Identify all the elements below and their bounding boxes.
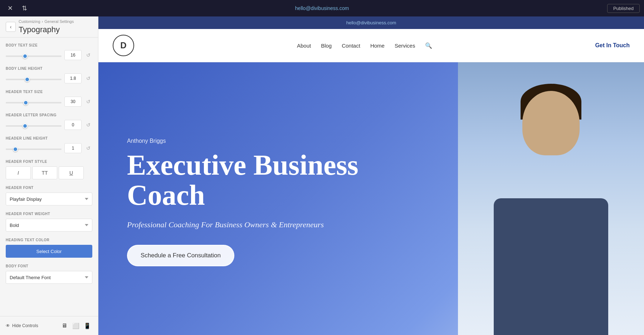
top-bar-left: ✕ ⇅: [4, 3, 30, 14]
header-line-height-row: ↺: [6, 143, 92, 153]
person-body: [494, 198, 608, 335]
body-line-height-label: BODY LINE HEIGHT: [6, 67, 92, 71]
hero-image: [344, 62, 644, 335]
hero-section: Anthony Briggs Executive Business Coach …: [98, 62, 644, 335]
header-font-style-label: HEADER FONT STYLE: [6, 160, 92, 164]
preview-area: hello@divibusiness.com D About Blog Cont…: [98, 16, 644, 335]
close-icon: ✕: [8, 4, 13, 12]
main-area: ‹ Customizing › General Settings Typogra…: [0, 16, 644, 335]
header-line-height-reset[interactable]: ↺: [84, 144, 92, 152]
header-font-weight-select[interactable]: Thin Light Regular Bold Extra Bold: [6, 219, 92, 232]
back-button[interactable]: ‹: [6, 22, 16, 32]
site-header: D About Blog Contact Home Services 🔍 Get…: [98, 29, 644, 62]
person-head: [522, 91, 580, 155]
top-bar-email: hello@divibusiness.com: [295, 5, 349, 11]
hero-content: Anthony Briggs Executive Business Coach …: [127, 138, 377, 266]
caps-icon: TT: [42, 170, 48, 176]
body-text-size-slider-container: [6, 52, 62, 58]
header-text-size-input[interactable]: [64, 97, 82, 107]
site-nav: About Blog Contact Home Services 🔍: [297, 42, 432, 49]
body-line-height-slider-container: [6, 75, 62, 82]
body-font-select[interactable]: Default Theme Font Open Sans Roboto Lato: [6, 271, 92, 284]
site-topbar: hello@divibusiness.com: [98, 16, 644, 29]
swap-button[interactable]: ⇅: [19, 3, 30, 14]
panel-title: Typography: [19, 25, 74, 34]
panel-nav: ‹ Customizing › General Settings Typogra…: [0, 16, 98, 38]
header-text-size-reset[interactable]: ↺: [84, 98, 92, 106]
header-letter-spacing-label: HEADER LETTER SPACING: [6, 113, 92, 117]
tablet-view-button[interactable]: ⬜: [71, 321, 81, 331]
view-buttons: 🖥 ⬜ 📱: [59, 321, 92, 331]
body-text-size-group: BODY TEXT SIZE ↺: [6, 43, 92, 60]
underline-icon: U: [69, 170, 73, 176]
swap-icon: ⇅: [22, 4, 27, 12]
italic-button[interactable]: I: [6, 166, 31, 179]
get-in-touch-link[interactable]: Get In Touch: [595, 42, 630, 49]
body-line-height-reset[interactable]: ↺: [84, 74, 92, 82]
search-icon[interactable]: 🔍: [425, 42, 432, 49]
header-text-size-row: ↺: [6, 97, 92, 107]
mobile-icon: 📱: [84, 322, 91, 329]
nav-home[interactable]: Home: [370, 43, 385, 49]
caps-button[interactable]: TT: [32, 166, 57, 179]
body-font-label: BODY FONT: [6, 264, 92, 268]
desktop-view-button[interactable]: 🖥: [59, 321, 69, 331]
header-line-height-slider[interactable]: [6, 149, 62, 150]
hero-title: Executive Business Coach: [127, 150, 377, 210]
header-letter-spacing-reset[interactable]: ↺: [84, 121, 92, 129]
left-panel: ‹ Customizing › General Settings Typogra…: [0, 16, 98, 335]
header-line-height-input[interactable]: [64, 143, 82, 153]
body-line-height-group: BODY LINE HEIGHT ↺: [6, 67, 92, 83]
hero-subtitle: Anthony Briggs: [127, 138, 377, 144]
panel-footer: 👁 Hide Controls 🖥 ⬜ 📱: [0, 316, 98, 335]
body-font-group: BODY FONT Default Theme Font Open Sans R…: [6, 264, 92, 284]
body-text-size-row: ↺: [6, 50, 92, 60]
panel-content: BODY TEXT SIZE ↺ BODY LINE HEIGHT: [0, 38, 98, 316]
mobile-view-button[interactable]: 📱: [82, 321, 92, 331]
body-text-size-slider[interactable]: [6, 55, 62, 57]
header-letter-spacing-slider[interactable]: [6, 125, 62, 127]
font-style-row: I TT U: [6, 166, 92, 179]
back-icon: ‹: [10, 24, 12, 30]
hero-description: Professional Coaching For Business Owner…: [127, 219, 377, 230]
published-button[interactable]: Published: [607, 4, 640, 13]
nav-about[interactable]: About: [297, 43, 311, 49]
site-logo: D: [113, 35, 134, 56]
nav-blog[interactable]: Blog: [321, 43, 332, 49]
close-button[interactable]: ✕: [4, 3, 16, 14]
hero-cta-button[interactable]: Schedule a Free Consultation: [127, 245, 234, 266]
body-text-size-input[interactable]: [64, 50, 82, 60]
breadcrumb-arrow: ›: [42, 19, 43, 24]
header-line-height-slider-container: [6, 145, 62, 151]
top-bar-right: Published: [607, 4, 640, 13]
nav-services[interactable]: Services: [395, 43, 415, 49]
body-line-height-input[interactable]: [64, 73, 82, 83]
header-text-size-slider[interactable]: [6, 102, 62, 103]
body-line-height-row: ↺: [6, 73, 92, 83]
nav-contact[interactable]: Contact: [342, 43, 360, 49]
header-letter-spacing-row: ↺: [6, 120, 92, 130]
site-email-link[interactable]: hello@divibusiness.com: [346, 20, 396, 25]
select-color-button[interactable]: Select Color: [6, 245, 92, 258]
body-text-size-reset[interactable]: ↺: [84, 51, 92, 59]
header-letter-spacing-slider-container: [6, 122, 62, 128]
body-text-size-label: BODY TEXT SIZE: [6, 43, 92, 47]
top-bar: ✕ ⇅ hello@divibusiness.com Published: [0, 0, 644, 16]
email-link[interactable]: hello@divibusiness.com: [295, 5, 349, 11]
header-font-style-group: HEADER FONT STYLE I TT U: [6, 160, 92, 179]
header-font-group: HEADER FONT Playfair Display Open Sans R…: [6, 186, 92, 205]
heading-text-color-group: HEADING TEXT COLOR Select Color: [6, 238, 92, 258]
header-font-select[interactable]: Playfair Display Open Sans Roboto Lato M…: [6, 193, 92, 205]
heading-text-color-label: HEADING TEXT COLOR: [6, 238, 92, 242]
header-letter-spacing-input[interactable]: [64, 120, 82, 130]
underline-button[interactable]: U: [59, 166, 84, 179]
breadcrumb-part2: General Settings: [44, 19, 74, 24]
header-font-weight-label: HEADER FONT WEIGHT: [6, 212, 92, 216]
body-line-height-slider[interactable]: [6, 79, 62, 80]
person-image: [458, 62, 644, 335]
eye-icon: 👁: [6, 323, 10, 328]
desktop-icon: 🖥: [62, 322, 67, 329]
hide-controls-label: Hide Controls: [12, 323, 38, 328]
hide-controls-button[interactable]: 👁 Hide Controls: [6, 323, 38, 328]
breadcrumb: Customizing › General Settings Typograph…: [19, 19, 74, 34]
